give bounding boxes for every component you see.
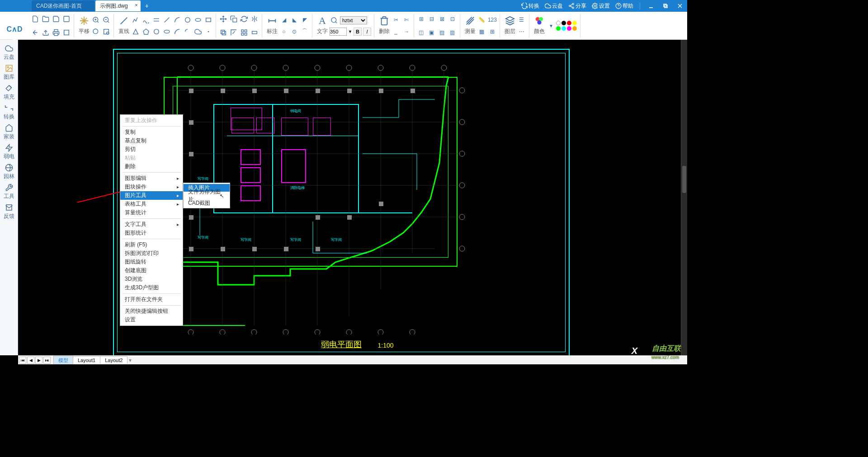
rect-icon[interactable] [204, 15, 213, 24]
layer-list-icon[interactable]: ☰ [517, 15, 526, 24]
ctx-copy[interactable]: 复制 [120, 128, 183, 137]
circle-icon[interactable] [183, 15, 192, 24]
back-icon[interactable] [31, 28, 40, 37]
app-logo[interactable]: C∧D [4, 18, 25, 40]
sidebar-land[interactable]: 园林 [0, 162, 18, 182]
zoomin-icon[interactable] [91, 15, 100, 24]
align8-icon[interactable]: ▥ [448, 28, 457, 37]
ctx-refresh[interactable]: 刷新 (F5) [120, 240, 183, 249]
circle2-icon[interactable] [152, 27, 161, 36]
align5-icon[interactable]: ◫ [417, 28, 426, 37]
drawing-canvas[interactable]: 弱电间 写字间 写字间 写字间 写字间 写字间 消防电梯 弱电平面图 1:100 [18, 40, 681, 355]
close-button[interactable] [673, 0, 687, 12]
align6-icon[interactable]: ▣ [427, 28, 436, 37]
align7-icon[interactable]: ▤ [438, 28, 447, 37]
dim-button[interactable]: 标注 [265, 16, 279, 35]
mirror-icon[interactable] [250, 14, 259, 24]
pentagon-icon[interactable] [142, 27, 151, 36]
dim4-icon[interactable]: ○ [279, 27, 288, 36]
dim2-icon[interactable]: ◣ [290, 15, 299, 24]
close-icon[interactable]: × [135, 2, 137, 8]
ctx-cut[interactable]: 剪切 [120, 145, 183, 154]
cut-icon[interactable]: ✂ [392, 15, 401, 24]
vertical-scrollbar[interactable] [681, 40, 687, 355]
font-select[interactable]: hztxt [340, 16, 367, 24]
polyline-icon[interactable] [131, 15, 140, 24]
stretch-icon[interactable] [250, 28, 259, 37]
tab-example[interactable]: 示例图.dwg× [95, 0, 140, 11]
tab-model[interactable]: 模型 [53, 356, 73, 365]
cloud-icon[interactable] [193, 27, 203, 36]
ctx-table-tools[interactable]: 表格工具▸ [120, 200, 183, 208]
zoomout-icon[interactable] [102, 15, 111, 24]
pdf-icon[interactable] [62, 28, 71, 37]
open-icon[interactable] [41, 14, 50, 24]
text-button[interactable]: A文字 [315, 16, 330, 35]
zoomextent-icon[interactable] [91, 27, 100, 36]
measure1-icon[interactable]: 📏 [477, 15, 486, 24]
pan-button[interactable]: 平移 [77, 16, 91, 35]
print-icon[interactable] [52, 28, 61, 37]
new-icon[interactable] [31, 14, 40, 24]
spline-icon[interactable] [142, 15, 151, 24]
settings-link[interactable]: 设置 [592, 2, 610, 10]
layer-button[interactable]: 图层 [503, 16, 517, 35]
arc3-icon[interactable] [183, 27, 192, 36]
maximize-button[interactable] [658, 0, 673, 12]
offset-icon[interactable] [219, 28, 228, 37]
font-size-input[interactable] [330, 28, 347, 36]
color-dropdown-icon[interactable]: ▾ [547, 21, 556, 30]
ellipse2-icon[interactable] [162, 27, 171, 36]
sidebar-gallery[interactable]: 图库 [0, 62, 18, 82]
rotate-icon[interactable] [240, 14, 249, 24]
export-icon[interactable] [41, 28, 50, 37]
color-button[interactable]: 颜色 [532, 16, 547, 35]
scale-icon[interactable] [229, 28, 238, 37]
sidebar-cloud[interactable]: 云盘 [0, 42, 18, 62]
delete-button[interactable]: 删除 [377, 16, 392, 35]
measure4-icon[interactable]: ⊞ [488, 27, 497, 36]
triangle-icon[interactable] [131, 27, 140, 36]
ctx-browse-print[interactable]: 拆图浏览\打印 [120, 249, 183, 258]
tab-home[interactable]: CAD迷你画图-首页 [32, 0, 94, 11]
point-icon[interactable] [204, 27, 213, 36]
dim6-icon[interactable]: ⌒ [300, 27, 309, 36]
save-icon[interactable] [52, 14, 61, 24]
sidebar-tools[interactable]: 工具 [0, 182, 18, 202]
sidebar-fill[interactable]: 填充 [0, 82, 18, 102]
italic-button[interactable]: I [363, 28, 371, 36]
nav-first[interactable]: ⏮ [19, 357, 26, 364]
array-icon[interactable] [240, 28, 249, 37]
zoomwindow-icon[interactable] [102, 27, 111, 36]
sub-save-as-image[interactable]: 文件另存为图片 [184, 192, 230, 199]
saveas-icon[interactable] [62, 14, 71, 24]
ctx-shape-edit[interactable]: 图形编辑▸ [120, 174, 183, 183]
share-link[interactable]: 分享 [568, 2, 586, 10]
ctx-calc[interactable]: 算量统计 [120, 208, 183, 217]
cloud-link[interactable]: 云盘 [545, 2, 563, 10]
tab-layout2[interactable]: Layout2 [100, 356, 127, 364]
nav-prev[interactable]: ◀ [27, 357, 34, 364]
sidebar-elec[interactable]: 弱电 [0, 142, 18, 162]
align4-icon[interactable]: ⊡ [448, 14, 457, 24]
ctx-gen-3d[interactable]: 生成3D户型图 [120, 283, 183, 292]
measure3-icon[interactable]: ▦ [477, 27, 486, 36]
move-icon[interactable] [219, 14, 228, 24]
color-swatches[interactable] [556, 20, 577, 31]
ctx-settings[interactable]: 设置 [120, 316, 183, 324]
convert-link[interactable]: 转换 [521, 2, 539, 10]
ctx-image-tools[interactable]: 图片工具▸ [120, 191, 183, 200]
nav-next[interactable]: ▶ [35, 357, 42, 364]
ctx-block-ops[interactable]: 图块操作▸ [120, 183, 183, 191]
align1-icon[interactable]: ⊞ [417, 14, 426, 24]
align3-icon[interactable]: ⊠ [438, 14, 447, 24]
measure-button[interactable]: 测量 [463, 16, 477, 35]
minimize-button[interactable] [644, 0, 658, 12]
line-button[interactable]: 直线 [117, 16, 131, 35]
ctx-delete[interactable]: 删除 [120, 162, 183, 171]
dim5-icon[interactable]: ⊙ [290, 27, 299, 36]
scissors-icon[interactable]: ✄ [402, 15, 411, 24]
ellipse-icon[interactable] [193, 15, 203, 24]
ctx-3d-view[interactable]: 3D浏览 [120, 275, 183, 283]
add-tab-button[interactable]: + [143, 2, 151, 9]
